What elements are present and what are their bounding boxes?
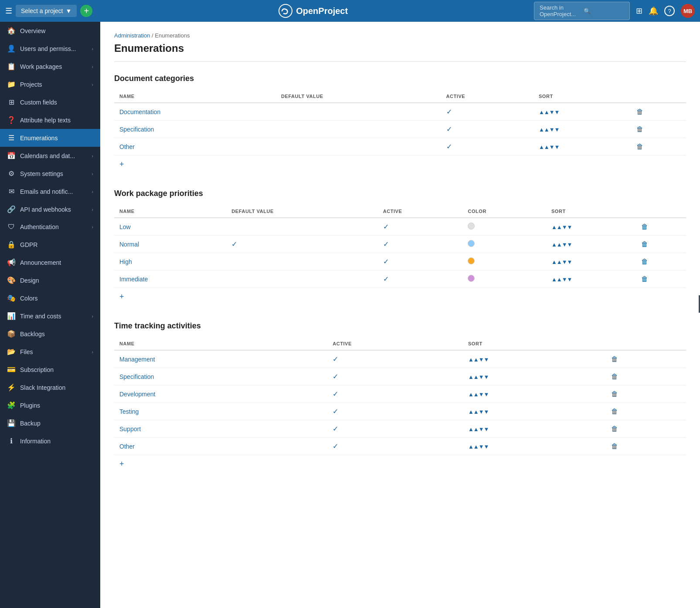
sidebar-item-information[interactable]: ℹ Information (0, 432, 100, 450)
wpp-color-0 (462, 218, 546, 236)
tt-sort-4[interactable]: ▲▲▼▼ (463, 420, 606, 438)
sidebar-item-system-settings[interactable]: ⚙ System settings › (0, 165, 100, 182)
sidebar-item-projects[interactable]: 📁 Projects › (0, 75, 100, 93)
table-row: Other ✓ ▲▲▼▼ 🗑 (114, 138, 686, 155)
doc-cat-sort-0[interactable]: ▲▲▼▼ (533, 103, 631, 121)
tt-sort-3[interactable]: ▲▲▼▼ (463, 403, 606, 420)
sidebar-icon-projects: 📁 (7, 80, 16, 88)
wpp-col-name: NAME (114, 205, 226, 218)
wpp-sort-1[interactable]: ▲▲▼▼ (546, 236, 636, 253)
sidebar-item-colors[interactable]: 🎭 Colors (0, 289, 100, 307)
wpp-delete-1[interactable]: 🗑 (636, 236, 686, 253)
wpp-delete-2[interactable]: 🗑 (636, 253, 686, 270)
wpp-name-3[interactable]: Immediate (119, 276, 148, 283)
sidebar-item-overview[interactable]: 🏠 Overview (0, 22, 100, 40)
sidebar-item-time-costs[interactable]: 📊 Time and costs › (0, 307, 100, 325)
sidebar-icon-system-settings: ⚙ (7, 169, 16, 178)
sidebar-label-work-packages: Work packages (20, 63, 87, 70)
project-selector-arrow: ▼ (66, 7, 72, 14)
tt-sort-2[interactable]: ▲▲▼▼ (463, 385, 606, 403)
wpp-header-row: NAME DEFAULT VALUE ACTIVE COLOR SORT (114, 205, 686, 218)
doc-cat-delete-0[interactable]: 🗑 (631, 103, 686, 121)
search-box[interactable]: Search in OpenProject... 🔍 (534, 2, 630, 20)
wpp-col-active: ACTIVE (378, 205, 463, 218)
tt-delete-5[interactable]: 🗑 (606, 438, 686, 455)
doc-cat-delete-1[interactable]: 🗑 (631, 121, 686, 138)
sidebar-icon-gdpr: 🔒 (7, 240, 16, 249)
sidebar-label-enumerations: Enumerations (20, 135, 93, 142)
add-time-tracking-activity-button[interactable]: + (114, 455, 129, 473)
sidebar-item-announcement[interactable]: 📢 Announcement (0, 253, 100, 271)
wpp-sort-3[interactable]: ▲▲▼▼ (546, 270, 636, 288)
sidebar-item-calendars[interactable]: 📅 Calendars and dat... › (0, 147, 100, 165)
user-avatar[interactable]: MB (681, 4, 695, 18)
sidebar-item-users[interactable]: 👤 Users and permiss... › (0, 40, 100, 57)
add-work-package-priority-button[interactable]: + (114, 288, 129, 306)
sidebar-item-attribute-help-texts[interactable]: ❓ Attribute help texts (0, 111, 100, 129)
tt-name-5[interactable]: Other (119, 443, 135, 450)
doc-cat-name-2[interactable]: Other (119, 143, 135, 150)
grid-icon[interactable]: ⊞ (636, 6, 642, 16)
table-row: Other ✓ ▲▲▼▼ 🗑 (114, 438, 686, 455)
sidebar-item-subscription[interactable]: 💳 Subscription (0, 361, 100, 378)
tt-name-1[interactable]: Specification (119, 373, 154, 380)
tt-delete-3[interactable]: 🗑 (606, 403, 686, 420)
tt-delete-2[interactable]: 🗑 (606, 385, 686, 403)
project-selector-button[interactable]: Select a project ▼ (16, 5, 77, 17)
tt-header-row: NAME ACTIVE SORT (114, 338, 686, 350)
sidebar-item-design[interactable]: 🎨 Design (0, 271, 100, 289)
sidebar-item-slack[interactable]: ⚡ Slack Integration (0, 378, 100, 396)
tt-delete-1[interactable]: 🗑 (606, 368, 686, 385)
tt-name-2[interactable]: Development (119, 391, 156, 398)
doc-cat-name-1[interactable]: Specification (119, 126, 154, 133)
add-document-category-button[interactable]: + (114, 155, 129, 173)
sidebar-item-plugins[interactable]: 🧩 Plugins (0, 396, 100, 414)
sidebar-item-backlogs[interactable]: 📦 Backlogs (0, 325, 100, 343)
doc-cat-sort-2[interactable]: ▲▲▼▼ (533, 138, 631, 155)
sidebar-icon-emails: ✉ (7, 187, 16, 196)
help-icon[interactable]: ? (664, 6, 675, 16)
tt-active-1: ✓ (327, 368, 463, 385)
doc-cat-sort-1[interactable]: ▲▲▼▼ (533, 121, 631, 138)
breadcrumb-parent[interactable]: Administration (114, 32, 150, 39)
logo-text: OpenProject (296, 6, 348, 16)
sidebar-label-custom-fields: Custom fields (20, 99, 93, 106)
wpp-delete-0[interactable]: 🗑 (636, 218, 686, 236)
sidebar-item-gdpr[interactable]: 🔒 GDPR (0, 236, 100, 253)
sidebar-item-authentication[interactable]: 🛡 Authentication › (0, 218, 100, 236)
tt-delete-0[interactable]: 🗑 (606, 350, 686, 368)
tt-name-0[interactable]: Management (119, 356, 155, 363)
doc-cat-name-0[interactable]: Documentation (119, 108, 160, 115)
tt-name-4[interactable]: Support (119, 426, 141, 432)
wpp-sort-2[interactable]: ▲▲▼▼ (546, 253, 636, 270)
wpp-name-2[interactable]: High (119, 258, 132, 265)
sidebar-label-backup: Backup (20, 420, 93, 427)
tt-sort-0[interactable]: ▲▲▼▼ (463, 350, 606, 368)
sidebar-icon-calendars: 📅 (7, 152, 16, 160)
add-project-button[interactable]: + (80, 5, 92, 17)
wpp-name-1[interactable]: Normal (119, 241, 139, 248)
tt-sort-5[interactable]: ▲▲▼▼ (463, 438, 606, 455)
doc-cat-delete-2[interactable]: 🗑 (631, 138, 686, 155)
sidebar-item-files[interactable]: 📂 Files › (0, 343, 100, 361)
sidebar-item-enumerations[interactable]: ☰ Enumerations (0, 129, 100, 147)
tt-sort-1[interactable]: ▲▲▼▼ (463, 368, 606, 385)
sidebar-label-files: Files (20, 348, 87, 355)
sidebar-item-emails[interactable]: ✉ Emails and notific... › (0, 182, 100, 200)
bell-icon[interactable]: 🔔 (649, 6, 658, 16)
sidebar-label-system-settings: System settings (20, 170, 87, 177)
hamburger-button[interactable]: ☰ (5, 6, 12, 16)
sidebar-item-custom-fields[interactable]: ⊞ Custom fields (0, 93, 100, 111)
wpp-col-sort: SORT (546, 205, 636, 218)
tt-delete-4[interactable]: 🗑 (606, 420, 686, 438)
sidebar-label-gdpr: GDPR (20, 241, 93, 248)
wpp-delete-3[interactable]: 🗑 (636, 270, 686, 288)
wpp-name-0[interactable]: Low (119, 223, 131, 230)
wpp-sort-0[interactable]: ▲▲▼▼ (546, 218, 636, 236)
sidebar-item-backup[interactable]: 💾 Backup (0, 414, 100, 432)
tt-name-3[interactable]: Testing (119, 408, 139, 415)
sidebar-label-announcement: Announcement (20, 259, 93, 266)
sidebar-item-api[interactable]: 🔗 API and webhooks › (0, 200, 100, 218)
sidebar-item-work-packages[interactable]: 📋 Work packages › (0, 57, 100, 75)
wpp-color-3 (462, 270, 546, 288)
